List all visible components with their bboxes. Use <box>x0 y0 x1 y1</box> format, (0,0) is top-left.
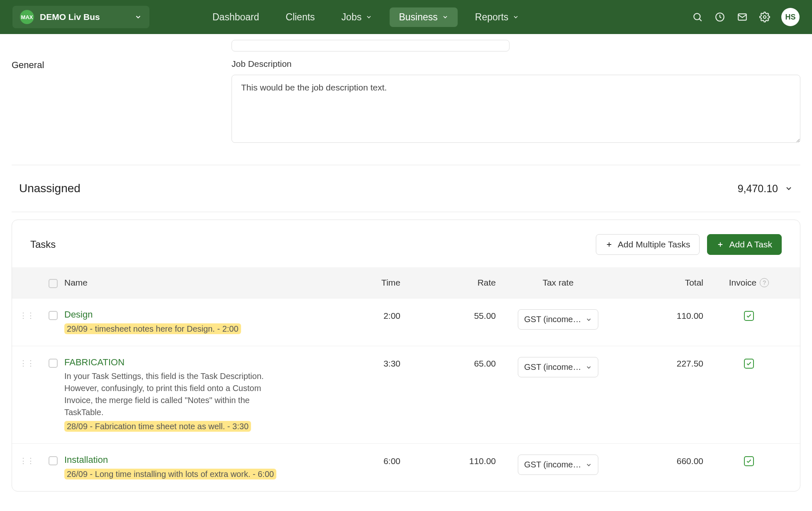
gear-icon[interactable] <box>759 11 771 23</box>
task-row: ⋮⋮ Installation 26/09 - Long time instal… <box>12 443 800 491</box>
nav-right: HS <box>692 8 800 26</box>
add-task-button[interactable]: Add A Task <box>707 234 782 255</box>
tax-rate-select[interactable]: GST (income… <box>518 309 598 330</box>
task-rate: 110.00 <box>413 455 508 466</box>
tax-rate-value: GST (income… <box>524 460 581 469</box>
plus-icon <box>717 241 724 248</box>
task-timesheet-note: 26/09 - Long time installing with lots o… <box>64 469 276 479</box>
task-name-link[interactable]: Design <box>64 309 330 320</box>
row-checkbox[interactable] <box>49 311 58 320</box>
task-name-link[interactable]: FABRICATION <box>64 357 330 368</box>
chevron-down-icon <box>585 316 592 323</box>
avatar[interactable]: HS <box>781 8 800 26</box>
select-all-checkbox[interactable] <box>49 279 58 288</box>
tax-rate-value: GST (income… <box>524 362 581 372</box>
col-invoice-label: Invoice <box>729 278 757 288</box>
job-desc-textarea[interactable] <box>232 75 800 143</box>
section-unassigned-header: Unassigned 9,470.10 <box>12 173 800 204</box>
task-rate: 65.00 <box>413 357 508 369</box>
chevron-down-icon <box>785 184 793 193</box>
section-title: Unassigned <box>19 182 80 195</box>
tasks-card: Tasks Add Multiple Tasks Add A Task Name… <box>12 220 800 491</box>
divider <box>12 212 800 212</box>
divider <box>12 165 800 165</box>
tasks-card-header: Tasks Add Multiple Tasks Add A Task <box>12 220 800 267</box>
col-rate: Rate <box>413 278 508 288</box>
task-time: 2:00 <box>330 309 413 321</box>
side-tab-general[interactable]: General <box>12 40 215 145</box>
chevron-down-icon <box>512 14 519 20</box>
col-total: Total <box>608 278 716 288</box>
button-label: Add Multiple Tasks <box>618 240 690 249</box>
org-name: DEMO Liv Bus <box>40 12 129 22</box>
task-total: 660.00 <box>608 455 716 466</box>
svg-line-1 <box>700 19 702 21</box>
task-timesheet-note: 29/09 - timesheet notes here for Design.… <box>64 323 241 334</box>
tax-rate-select[interactable]: GST (income… <box>518 455 598 475</box>
task-time: 3:30 <box>330 357 413 369</box>
drag-handle-icon[interactable]: ⋮⋮ <box>12 357 42 368</box>
chevron-down-icon <box>442 14 449 20</box>
field-above[interactable] <box>232 40 510 51</box>
invoice-checkbox[interactable] <box>744 456 754 466</box>
task-name-link[interactable]: Installation <box>64 455 330 465</box>
help-icon[interactable]: ? <box>760 278 769 287</box>
nav-items: Dashboard Clients Jobs Business Reports <box>203 7 528 27</box>
task-cell-name: FABRICATION In your Task Settings, this … <box>64 357 330 433</box>
plus-icon <box>605 241 613 248</box>
task-rate: 55.00 <box>413 309 508 321</box>
nav-dashboard[interactable]: Dashboard <box>203 7 268 27</box>
chevron-down-icon <box>585 364 592 371</box>
svg-point-0 <box>694 13 700 20</box>
task-description: In your Task Settings, this field is the… <box>64 370 284 418</box>
row-checkbox[interactable] <box>49 456 58 465</box>
tasks-actions: Add Multiple Tasks Add A Task <box>596 234 782 255</box>
drag-handle-icon[interactable]: ⋮⋮ <box>12 455 42 465</box>
tax-rate-select[interactable]: GST (income… <box>518 357 598 377</box>
invoice-checkbox[interactable] <box>744 311 754 321</box>
clock-icon[interactable] <box>714 11 726 23</box>
nav-business[interactable]: Business <box>390 7 457 27</box>
org-badge: MAX <box>20 10 34 24</box>
nav-clients[interactable]: Clients <box>277 7 324 27</box>
nav-label: Dashboard <box>212 12 259 23</box>
tasks-table-header: Name Time Rate Tax rate Total Invoice ? <box>12 267 800 298</box>
chevron-down-icon <box>134 13 142 21</box>
mail-icon[interactable] <box>736 11 748 23</box>
task-cell-name: Installation 26/09 - Long time installin… <box>64 455 330 480</box>
task-total: 227.50 <box>608 357 716 369</box>
col-tax: Tax rate <box>508 278 608 288</box>
task-total: 110.00 <box>608 309 716 321</box>
nav-reports[interactable]: Reports <box>466 7 529 27</box>
chevron-down-icon <box>585 462 592 468</box>
chevron-down-icon <box>366 14 372 20</box>
button-label: Add A Task <box>729 240 772 249</box>
job-desc-wrap: Job Description <box>232 40 800 145</box>
task-timesheet-note: 28/09 - Fabrication time sheet note as w… <box>64 421 251 432</box>
org-switcher[interactable]: MAX DEMO Liv Bus <box>12 6 149 28</box>
tasks-title: Tasks <box>30 239 56 250</box>
job-top: General Job Description <box>12 34 800 157</box>
add-multiple-tasks-button[interactable]: Add Multiple Tasks <box>596 234 700 255</box>
task-cell-name: Design 29/09 - timesheet notes here for … <box>64 309 330 335</box>
task-row: ⋮⋮ FABRICATION In your Task Settings, th… <box>12 346 800 443</box>
col-name: Name <box>64 278 330 288</box>
nav-label: Jobs <box>341 12 362 23</box>
svg-point-4 <box>763 16 766 19</box>
row-checkbox[interactable] <box>49 359 58 368</box>
task-time: 6:00 <box>330 455 413 466</box>
col-time: Time <box>330 278 413 288</box>
job-desc-label: Job Description <box>232 59 800 69</box>
nav-label: Clients <box>286 12 315 23</box>
tax-rate-value: GST (income… <box>524 315 581 324</box>
section-total-value: 9,470.10 <box>738 183 778 195</box>
drag-handle-icon[interactable]: ⋮⋮ <box>12 309 42 320</box>
search-icon[interactable] <box>692 11 703 23</box>
nav-label: Business <box>399 12 437 23</box>
invoice-checkbox[interactable] <box>744 359 754 369</box>
nav-jobs[interactable]: Jobs <box>332 7 382 27</box>
col-invoice: Invoice ? <box>716 278 782 288</box>
section-total-toggle[interactable]: 9,470.10 <box>738 183 793 195</box>
topbar: MAX DEMO Liv Bus Dashboard Clients Jobs … <box>0 0 812 34</box>
task-row: ⋮⋮ Design 29/09 - timesheet notes here f… <box>12 298 800 346</box>
